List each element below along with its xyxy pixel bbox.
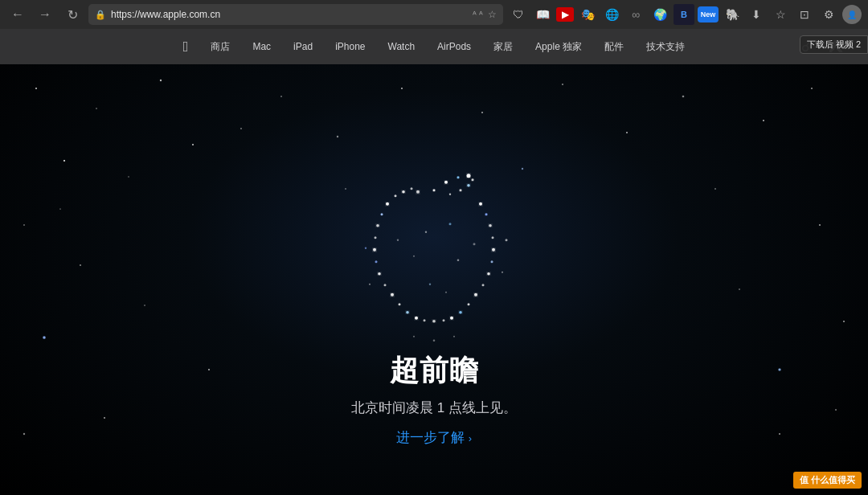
- svg-point-70: [395, 194, 397, 197]
- ext5-icon[interactable]: 🌍: [649, 4, 670, 25]
- forward-button[interactable]: →: [34, 3, 56, 26]
- svg-point-88: [506, 239, 508, 241]
- svg-point-48: [491, 260, 493, 263]
- svg-point-15: [811, 88, 813, 89]
- url-text: https://www.apple.com.cn: [111, 9, 220, 20]
- apple-navbar:  商店 Mac iPad iPhone Watch AirPods 家居 Ap…: [0, 29, 868, 64]
- ext3-icon[interactable]: 🌐: [601, 4, 622, 25]
- watermark: 值 什么值得买: [793, 472, 862, 489]
- ext4-icon[interactable]: ∞: [625, 4, 646, 25]
- svg-point-3: [240, 128, 242, 129]
- nav-item-airpods[interactable]: AirPods: [426, 29, 482, 64]
- nav-apple-logo[interactable]: : [172, 29, 200, 64]
- svg-point-78: [429, 284, 431, 285]
- svg-point-35: [433, 189, 436, 191]
- nav-item-watch[interactable]: Watch: [377, 29, 427, 64]
- nav-item-accessories[interactable]: 配件: [593, 29, 635, 64]
- svg-point-45: [489, 224, 492, 227]
- svg-point-60: [399, 303, 401, 305]
- nav-item-home[interactable]: 家居: [482, 29, 524, 64]
- svg-point-1: [96, 108, 97, 109]
- svg-point-27: [779, 433, 780, 435]
- svg-point-50: [482, 284, 485, 286]
- svg-point-9: [401, 88, 403, 89]
- svg-point-71: [402, 190, 405, 194]
- svg-point-13: [682, 96, 685, 98]
- apple-website: 下载后 视频 2  商店 Mac iPad iPhone Watch AirP…: [0, 29, 868, 495]
- hero-section: 超前瞻 北京时间凌晨 1 点线上见。 进一步了解 › 值 什么值得买: [0, 64, 868, 495]
- svg-point-89: [502, 272, 503, 273]
- svg-point-91: [369, 284, 371, 285]
- svg-point-74: [425, 231, 427, 233]
- svg-point-76: [413, 256, 415, 257]
- extension-badge[interactable]: 下载后 视频 2: [800, 35, 868, 54]
- svg-point-93: [413, 336, 415, 338]
- svg-point-81: [397, 239, 399, 241]
- svg-point-68: [381, 213, 383, 215]
- settings-icon[interactable]: ⚙: [818, 4, 839, 25]
- user-avatar[interactable]: 👤: [842, 5, 862, 24]
- download-icon[interactable]: ⬇: [746, 4, 767, 25]
- svg-point-17: [80, 264, 81, 266]
- back-button[interactable]: ←: [6, 3, 29, 26]
- nav-item-mac[interactable]: Mac: [241, 29, 282, 64]
- nav-item-ipad[interactable]: iPad: [282, 29, 324, 64]
- svg-point-10: [481, 112, 483, 113]
- hero-link[interactable]: 进一步了解 ›: [396, 430, 472, 445]
- svg-point-92: [433, 340, 436, 342]
- svg-point-29: [43, 336, 46, 339]
- svg-point-87: [387, 203, 388, 205]
- nav-item-iphone[interactable]: iPhone: [324, 29, 376, 64]
- refresh-button[interactable]: ↻: [61, 3, 84, 26]
- svg-point-59: [406, 311, 409, 314]
- svg-point-37: [457, 176, 460, 178]
- svg-point-34: [714, 188, 716, 190]
- nav-item-exclusive[interactable]: Apple 独家: [524, 29, 593, 64]
- svg-point-16: [23, 224, 25, 226]
- svg-point-31: [59, 208, 60, 209]
- svg-point-80: [473, 243, 476, 245]
- bookmark-icon[interactable]: 📖: [532, 4, 553, 25]
- svg-point-11: [562, 84, 563, 85]
- nav-item-support[interactable]: 技术支持: [635, 29, 696, 64]
- svg-point-14: [763, 120, 764, 121]
- screen-icon[interactable]: ⊡: [794, 4, 815, 25]
- ext2-icon[interactable]: 🎭: [577, 4, 598, 25]
- svg-point-21: [819, 224, 821, 226]
- svg-point-84: [480, 203, 481, 205]
- svg-point-19: [144, 305, 145, 306]
- extension-badge-label: 下载后 视频 2: [807, 39, 861, 51]
- svg-point-67: [376, 224, 379, 227]
- ext7-icon[interactable]: 🐘: [722, 4, 743, 25]
- svg-point-33: [522, 168, 523, 170]
- svg-point-85: [451, 317, 452, 319]
- hero-link-text: 进一步了解: [396, 430, 465, 445]
- star-icon[interactable]: ☆: [770, 4, 791, 25]
- hero-apple-logo: [354, 168, 514, 361]
- svg-point-94: [453, 336, 455, 338]
- svg-point-57: [424, 319, 426, 321]
- svg-point-86: [416, 317, 417, 319]
- svg-point-5: [128, 176, 129, 177]
- svg-point-72: [411, 187, 413, 190]
- ext1-icon[interactable]: ▶: [556, 7, 574, 22]
- svg-point-40: [467, 184, 470, 187]
- svg-point-83: [445, 182, 447, 183]
- hero-text-container: 超前瞻 北京时间凌晨 1 点线上见。 进一步了解 ›: [351, 351, 517, 447]
- address-bar[interactable]: 🔒 https://www.apple.com.cn ᴬ ᴬ ☆: [88, 4, 503, 25]
- svg-point-41: [460, 189, 462, 191]
- shield-icon[interactable]: 🛡: [508, 4, 529, 25]
- new-badge: New: [698, 6, 719, 22]
- svg-point-39: [472, 178, 474, 181]
- svg-point-73: [416, 190, 420, 194]
- ext6-icon[interactable]: B: [674, 4, 694, 25]
- svg-point-28: [835, 409, 837, 411]
- nav-item-store[interactable]: 商店: [199, 29, 241, 64]
- svg-point-56: [432, 320, 436, 323]
- hero-subtitle: 北京时间凌晨 1 点线上见。: [351, 399, 517, 417]
- svg-point-25: [23, 433, 25, 435]
- hero-title: 超前瞻: [351, 351, 517, 391]
- svg-point-61: [391, 293, 394, 297]
- svg-point-79: [445, 292, 447, 293]
- svg-point-49: [487, 272, 490, 276]
